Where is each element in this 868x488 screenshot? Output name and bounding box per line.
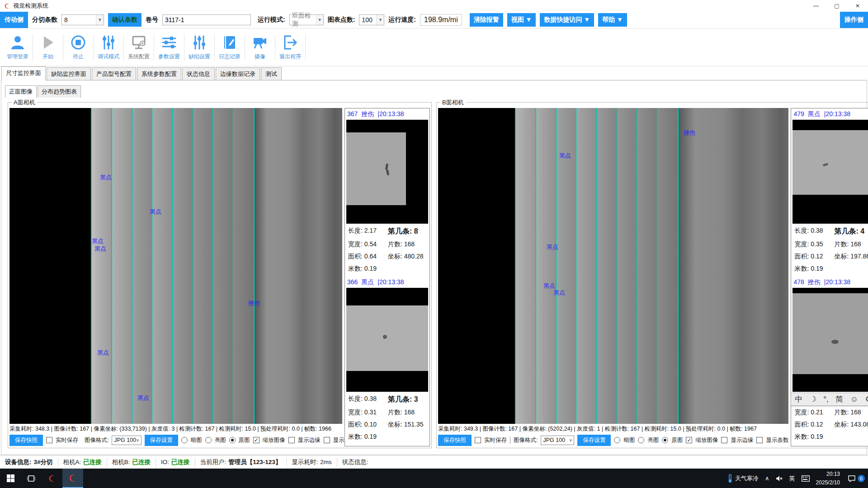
video-camera-icon [252, 34, 268, 51]
taskbar-app-icon-active[interactable] [62, 469, 83, 488]
scale-image-label: 缩放图像 [695, 436, 718, 444]
dark-image-radio[interactable] [614, 437, 620, 443]
ime-settings-icon[interactable]: ⚙ [865, 394, 868, 404]
camera-a-defect-list: 367 挫伤 |20:13:38 长度: 2.17 第几条: 8 [344, 108, 430, 446]
ime-simplified-icon[interactable]: 简 [835, 394, 843, 404]
notification-center-button[interactable]: 6 [844, 469, 868, 488]
tab-system-params[interactable]: 系统参数配置 [137, 67, 181, 80]
system-config-button[interactable]: 系统配置 [124, 34, 154, 61]
show-edge-label: 显示边缘 [298, 436, 321, 444]
defect-stats: 长度: 0.38 第几条: 3 宽度: 0.31 片数: 168 面积: 0.1… [346, 392, 428, 442]
help-menu-button[interactable]: 帮助 ▼ [598, 13, 627, 27]
minimize-button[interactable]: — [806, 0, 826, 12]
tab-size-monitor[interactable]: 尺寸监控界面 [1, 66, 46, 80]
camera-a-panel: A面相机 [8, 102, 432, 448]
tab-edge-data[interactable]: 边缘数据记录 [216, 67, 260, 80]
defect-type: 黑点 [361, 278, 374, 286]
slit-count-select[interactable]: 8 ▼ [61, 14, 104, 25]
defect-thumbnail [793, 120, 868, 224]
tab-product-model[interactable]: 产品型号配置 [92, 67, 136, 80]
original-image-radio[interactable] [662, 437, 668, 443]
close-button[interactable]: ✕ [847, 0, 868, 12]
run-speed-value: 198.9m/mi [420, 14, 462, 26]
scale-image-label: 缩放图像 [263, 436, 285, 444]
task-view-button[interactable] [21, 469, 42, 488]
ime-emoji-icon[interactable]: ☺ [850, 395, 858, 404]
defect-id: 479 [793, 110, 804, 118]
ime-moon-icon[interactable]: ☽ [810, 394, 816, 404]
original-image-radio[interactable] [229, 437, 236, 443]
tray-expand-button[interactable]: ∧ [762, 469, 773, 488]
icon-toolbar: 管理登录 开始 停止 调试模式 系统配置 参数设置 缺陷设置 日志记录 摄像 [0, 28, 868, 66]
image-format-select[interactable]: JPG 100∨ [541, 436, 574, 445]
log-record-button[interactable]: 日志记录 [215, 34, 245, 61]
show-count-checkbox[interactable] [756, 437, 763, 443]
stop-button[interactable]: 停止 [63, 34, 93, 61]
show-edge-checkbox[interactable] [721, 437, 727, 443]
debug-mode-button[interactable]: 调试模式 [94, 34, 123, 61]
current-user-label: 当前用户: [200, 458, 226, 466]
camera-a-controls: 保存快照 实时保存 图像格式: JPG 100∨ 保存设置 暗图 亮图 [9, 434, 342, 446]
image-format-select[interactable]: JPG 100∨ [112, 436, 141, 445]
scale-image-checkbox[interactable] [253, 437, 259, 443]
realtime-save-checkbox[interactable] [475, 437, 481, 443]
defect-annotation: 挫伤 [684, 129, 695, 137]
drive-side-button[interactable]: 传动侧 [0, 12, 28, 28]
bright-image-radio[interactable] [638, 437, 644, 443]
subtab-trend-chart[interactable]: 分布趋势图表 [38, 85, 81, 98]
exit-program-button[interactable]: 退出程序 [275, 34, 305, 61]
save-settings-button[interactable]: 保存设置 [145, 435, 178, 446]
defect-header: 367 挫伤 |20:13:38 [346, 109, 428, 120]
operator-side-button[interactable]: 操作侧 [840, 12, 868, 28]
defect-stats: 长度: 0.38 第几条: 4 宽度: 0.35 片数: 168 面积: 0.1… [793, 224, 868, 274]
main-content: 正面图像 分布趋势图表 A面相机 [1, 80, 867, 455]
tab-test[interactable]: 测试 [261, 67, 282, 80]
view-menu-button[interactable]: 视图 ▼ [507, 13, 536, 27]
defect-settings-button[interactable]: 缺陷设置 [184, 34, 214, 61]
dark-image-radio[interactable] [181, 437, 188, 443]
save-settings-button[interactable]: 保存设置 [577, 435, 611, 446]
save-snapshot-button[interactable]: 保存快照 [438, 435, 472, 446]
clear-alarm-button[interactable]: 清除报警 [470, 13, 503, 27]
defect-stats: 长度: 2.17 第几条: 8 宽度: 0.54 片数: 168 面积: 0.6… [346, 224, 428, 274]
admin-login-button[interactable]: 管理登录 [3, 34, 33, 61]
defect-id: 478 [793, 278, 804, 286]
maximize-button[interactable]: ▢ [826, 0, 847, 12]
ime-punctuation-icon[interactable]: °, [823, 395, 829, 404]
touch-keyboard-button[interactable] [798, 469, 813, 488]
taskbar-clock[interactable]: 20:13 2025/2/10 [813, 469, 844, 488]
capture-button[interactable]: 摄像 [245, 34, 275, 61]
tab-status-info[interactable]: 状态信息 [182, 67, 215, 80]
show-count-checkbox[interactable] [324, 437, 330, 443]
confirm-count-button[interactable]: 确认条数 [108, 13, 142, 27]
bright-image-label: 亮图 [215, 436, 226, 444]
tab-defect-monitor[interactable]: 缺陷监控界面 [47, 67, 91, 80]
start-button[interactable]: 开始 [33, 34, 63, 61]
save-snapshot-button[interactable]: 保存快照 [9, 435, 43, 446]
original-image-label: 原图 [239, 436, 250, 444]
top-toolbar: 传动侧 分切条数 8 ▼ 确认条数 卷号 运行模式: 双面检测 ▼ 图表点数: … [0, 12, 868, 28]
device-info-value: 3#分切 [34, 458, 53, 466]
volume-muted-button[interactable] [773, 469, 786, 488]
camera-a-image: 黑点 黑点 黑点 黑点 黑点 黑点 挫伤 [9, 108, 342, 424]
start-button[interactable] [0, 469, 21, 488]
realtime-save-checkbox[interactable] [46, 437, 52, 443]
chart-points-select[interactable]: 100 ▼ [359, 14, 384, 25]
scale-image-checkbox[interactable] [686, 437, 692, 443]
roll-number-input[interactable] [162, 14, 251, 25]
param-settings-button[interactable]: 参数设置 [154, 34, 184, 61]
run-mode-select[interactable]: 双面检测 ▼ [289, 14, 324, 25]
sub-tab-bar: 正面图像 分布趋势图表 [1, 84, 867, 98]
show-edge-checkbox[interactable] [288, 437, 295, 443]
data-quick-access-button[interactable]: 数据快捷访问 ▼ [540, 13, 594, 27]
taskbar-app-icon[interactable] [42, 469, 62, 488]
ime-language-indicator[interactable]: 英 [786, 469, 798, 488]
device-info-label: 设备信息: [5, 458, 32, 466]
defect-thumbnail [793, 288, 868, 392]
ime-lang-toggle[interactable]: 中 [795, 394, 802, 404]
bright-image-radio[interactable] [205, 437, 212, 443]
weather-widget[interactable]: 天气寒冷 [724, 469, 762, 488]
realtime-save-label: 实时保存 [56, 436, 78, 444]
subtab-front-image[interactable]: 正面图像 [5, 85, 37, 98]
defect-annotation: 黑点 [100, 174, 112, 182]
